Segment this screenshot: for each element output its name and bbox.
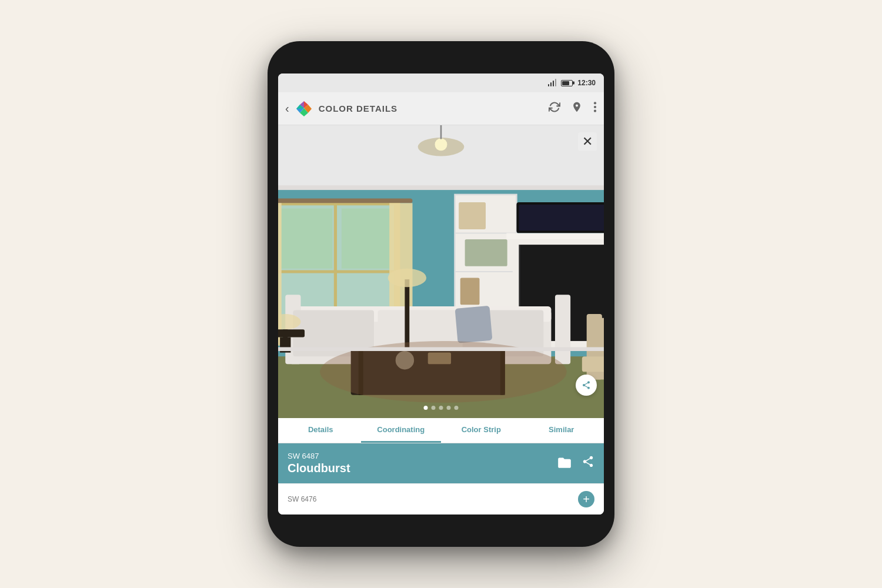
close-button[interactable]: ✕ [578,132,597,151]
svg-rect-63 [278,329,305,337]
color-name-block: SW 6487 Cloudburst [288,452,350,475]
status-time: 12:30 [577,79,596,87]
share-button[interactable] [582,455,594,472]
location-icon[interactable] [571,101,583,116]
tabs-bar: Details Coordinating Color Strip Similar [278,418,604,443]
svg-rect-60 [582,356,604,372]
svg-rect-29 [459,202,486,229]
svg-rect-18 [280,209,332,269]
svg-point-8 [594,110,596,112]
header-icons [549,101,597,116]
svg-rect-71 [278,185,604,190]
svg-rect-31 [460,278,480,305]
phone-screen: 12:30 ‹ COLOR DETAILS [278,74,604,514]
svg-point-7 [594,106,596,108]
dot-1[interactable] [424,406,428,410]
svg-rect-72 [278,347,604,351]
tab-similar[interactable]: Similar [522,418,602,443]
tab-coordinating[interactable]: Coordinating [361,418,442,443]
phone-wrapper: 12:30 ‹ COLOR DETAILS [268,41,614,547]
svg-rect-48 [555,295,570,364]
more-icon[interactable] [593,101,597,116]
svg-rect-52 [455,306,493,343]
add-color-button[interactable]: + [578,491,594,507]
color-code: SW 6487 [288,452,350,460]
related-color-section: SW 6476 + [278,483,604,514]
share-fab-button[interactable] [576,375,597,396]
page-title: COLOR DETAILS [319,103,543,113]
tab-details[interactable]: Details [280,418,361,443]
app-header: ‹ COLOR DETAILS [278,92,604,125]
back-button[interactable]: ‹ [285,102,289,115]
signal-icon [548,79,556,86]
image-dots [424,406,459,410]
dot-3[interactable] [439,406,443,410]
color-actions [557,455,594,472]
dot-4[interactable] [447,406,451,410]
svg-point-62 [388,269,427,287]
svg-rect-19 [342,209,391,269]
svg-point-6 [594,102,596,104]
folder-button[interactable] [557,455,572,472]
svg-rect-39 [519,205,604,231]
svg-rect-20 [278,199,413,203]
svg-rect-61 [405,279,409,349]
color-info-section: SW 6487 Cloudburst [278,443,604,483]
svg-rect-66 [283,329,288,345]
related-color-code: SW 6476 [288,495,316,503]
svg-point-69 [435,138,447,151]
svg-rect-44 [506,233,604,239]
dot-2[interactable] [432,406,436,410]
dot-5[interactable] [455,406,459,410]
room-image: ✕ [278,125,604,418]
app-logo [295,100,313,118]
svg-rect-30 [465,239,507,266]
related-color-info: SW 6476 [288,495,316,503]
battery-icon [561,80,573,86]
status-bar: 12:30 [278,74,604,92]
color-name: Cloudburst [288,462,350,475]
refresh-icon[interactable] [549,101,560,116]
tab-color-strip[interactable]: Color Strip [441,418,522,443]
